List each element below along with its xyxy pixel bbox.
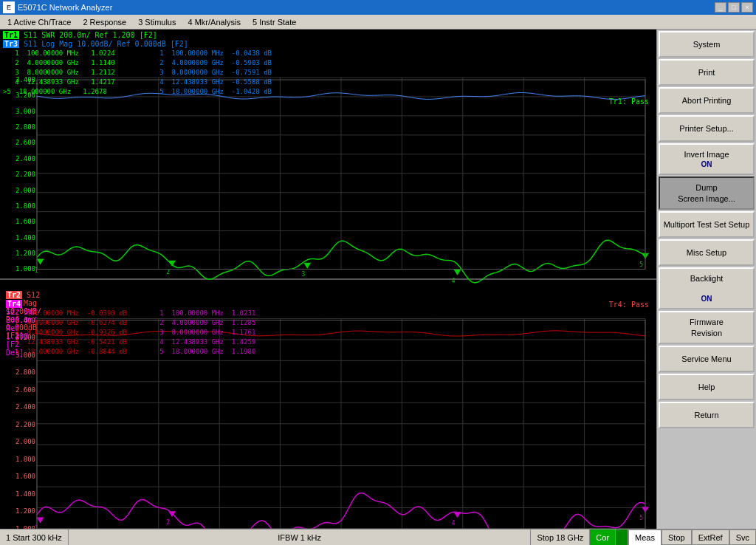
chart-area: Tr1 S11 SWR 200.0m/ Ref 1.200 [F2] Tr3 S… [0,30,656,529]
tab-svc[interactable]: Svc [729,529,756,545]
return-button[interactable]: Return [659,402,755,428]
menu-mkr-analysis[interactable]: 4 Mkr/Analysis [182,16,247,28]
menu-instr-state[interactable]: 5 Instr State [247,16,302,28]
window-title: E5071C Network Analyzer [18,3,715,12]
app-icon: E [3,1,15,13]
status-stop: Stop 18 GHz [531,529,590,545]
chart-canvas [0,30,656,529]
misc-setup-button[interactable]: Misc Setup [659,239,755,266]
sidebar: System Print Abort Printing Printer Setu… [656,30,756,529]
tab-meas[interactable]: Meas [628,529,662,545]
tab-stop[interactable]: Stop [662,529,692,545]
status-ifbw: IFBW 1 kHz [69,529,532,545]
dump-screen-button[interactable]: DumpScreen Image... [659,176,755,210]
system-button[interactable]: System [659,31,755,58]
multiport-button[interactable]: Multiport Test Set Setup [659,211,755,238]
tab-extref[interactable]: ExtRef [692,529,729,545]
status-bar: 1 Start 300 kHz IFBW 1 kHz Stop 18 GHz C… [0,529,756,545]
service-menu-button[interactable]: Service Menu [659,346,755,372]
firmware-revision-button[interactable]: FirmwareRevision [659,311,755,344]
invert-image-button[interactable]: Invert Image ON [659,143,755,175]
title-bar: E E5071C Network Analyzer _ □ × [0,0,756,15]
status-indicator [616,529,628,545]
print-button[interactable]: Print [659,59,755,86]
status-start: 1 Start 300 kHz [0,529,69,545]
main-area: Tr1 S11 SWR 200.0m/ Ref 1.200 [F2] Tr3 S… [0,30,756,529]
printer-setup-button[interactable]: Printer Setup... [659,115,755,142]
help-button[interactable]: Help [659,374,755,400]
menu-stimulus[interactable]: 3 Stimulus [132,16,182,28]
menu-active-ch[interactable]: 1 Active Ch/Trace [1,16,77,28]
status-cor: Cor [590,529,616,545]
minimize-button[interactable]: _ [715,2,726,13]
abort-printing-button[interactable]: Abort Printing [659,87,755,114]
window-controls[interactable]: _ □ × [715,2,753,13]
menu-response[interactable]: 2 Response [77,16,132,28]
maximize-button[interactable]: □ [728,2,740,13]
close-button[interactable]: × [741,2,753,13]
menu-bar: 1 Active Ch/Trace 2 Response 3 Stimulus … [0,15,756,30]
backlight-button[interactable]: Backlight ON [659,267,755,310]
